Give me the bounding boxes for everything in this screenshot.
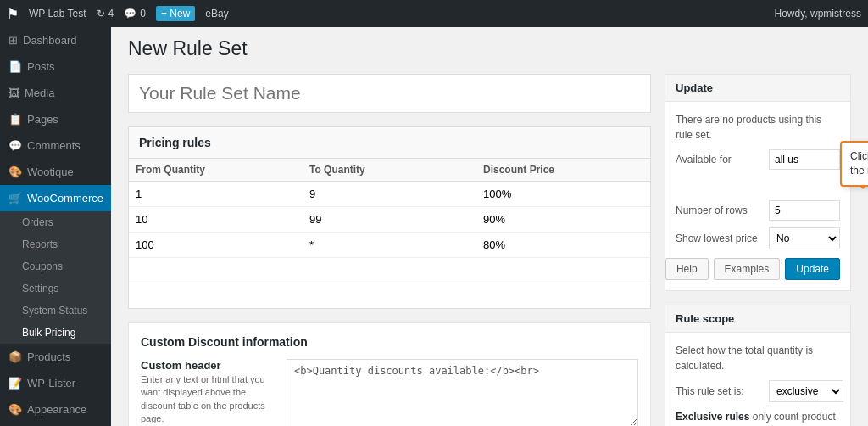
table-row — [129, 182, 650, 207]
rule-scope-description: Select how the total quantity is calcula… — [676, 343, 840, 373]
rule-set-is-row: This rule set is: exclusive cumulative — [676, 380, 840, 402]
input-to-1[interactable] — [303, 207, 476, 232]
sidebar-item-settings[interactable]: Settings — [0, 277, 111, 300]
update-panel-header: Update — [665, 75, 850, 102]
input-to-3[interactable] — [303, 258, 476, 283]
sidebar-item-system-status[interactable]: System Status — [0, 300, 111, 322]
page-title: New Rule Set — [128, 37, 851, 60]
site-name-item[interactable]: WP Lab Test — [29, 8, 86, 20]
update-panel: Update There are no products using this … — [665, 74, 851, 291]
sidebar-label-products: Products — [27, 350, 70, 363]
sidebar-item-wootique[interactable]: 🎨 Wootique — [0, 159, 111, 185]
posts-icon: 📄 — [8, 60, 22, 73]
sidebar-item-appearance[interactable]: 🎨 Appearance — [0, 396, 111, 423]
sidebar-item-dashboard[interactable]: ⊞ Dashboard — [0, 27, 111, 53]
wootique-icon: 🎨 — [8, 165, 22, 178]
update-button[interactable]: Update — [785, 258, 840, 280]
admin-bar: ⚑ WP Lab Test ↻ 4 💬 0 + New eBay Howdy, … — [0, 0, 868, 27]
rows-count-row: Number of rows — [676, 200, 840, 221]
sidebar-label-pages: Pages — [27, 113, 58, 126]
sidebar-item-media[interactable]: 🖼 Media — [0, 80, 111, 106]
sidebar-item-pages[interactable]: 📋 Pages — [0, 106, 111, 132]
ruleset-name-input[interactable] — [128, 74, 651, 113]
input-to-0[interactable] — [303, 182, 476, 206]
sidebar-item-plugins[interactable]: 🔌 Plugins 1 — [0, 423, 111, 426]
examples-button[interactable]: Examples — [714, 258, 781, 280]
woocommerce-icon: 🛒 — [8, 192, 22, 205]
cell-discount-1 — [476, 207, 650, 233]
lowest-price-label: Show lowest price — [676, 233, 769, 244]
input-from-2[interactable] — [129, 233, 303, 257]
pages-icon: 📋 — [8, 113, 22, 126]
sidebar-item-bulk-pricing[interactable]: Bulk Pricing — [0, 322, 111, 344]
sidebar-item-comments[interactable]: 💬 Comments — [0, 132, 111, 159]
update-panel-body: There are no products using this rule se… — [665, 102, 850, 290]
sidebar-item-wp-lister[interactable]: 📝 WP-Lister — [0, 370, 111, 396]
sidebar-item-products[interactable]: 📦 Products — [0, 344, 111, 370]
rule-scope-title: Rule scope — [676, 312, 840, 325]
sidebar-item-orders[interactable]: Orders — [0, 211, 111, 233]
input-discount-3[interactable] — [476, 258, 650, 283]
cell-from-3 — [129, 258, 303, 283]
lowest-price-row: Show lowest price No Yes — [676, 227, 840, 249]
rule-set-is-label: This rule set is: — [676, 385, 769, 397]
rows-input[interactable] — [769, 200, 840, 221]
updates-count: 4 — [108, 8, 114, 20]
input-from-1[interactable] — [129, 207, 303, 232]
sidebar-item-coupons[interactable]: Coupons — [0, 255, 111, 277]
sidebar-label-comments: Comments — [27, 139, 81, 152]
woocommerce-submenu: Orders Reports Coupons Settings System S… — [0, 211, 111, 344]
no-products-text: There are no products using this rule se… — [676, 112, 840, 143]
sidebar-label-appearance: Appearance — [27, 403, 86, 416]
input-discount-4[interactable] — [476, 283, 650, 308]
wp-logo-icon: ⚑ — [7, 6, 19, 22]
sidebar-item-woocommerce[interactable]: 🛒 WooCommerce — [0, 185, 111, 211]
custom-header-textarea[interactable] — [287, 359, 638, 426]
sidebar-item-reports[interactable]: Reports — [0, 233, 111, 255]
ebay-item[interactable]: eBay — [205, 8, 228, 20]
table-row — [129, 233, 650, 258]
wp-lister-icon: 📝 — [8, 377, 22, 390]
custom-discount-title: Custom Discount information — [141, 335, 638, 349]
input-to-2[interactable] — [303, 233, 476, 257]
main-content: New Rule Set Pricing rules — [111, 27, 868, 426]
sidebar-label-dashboard: Dashboard — [23, 34, 77, 47]
input-from-0[interactable] — [129, 182, 303, 206]
rule-scope-select[interactable]: exclusive cumulative — [769, 380, 843, 402]
pricing-rules-section: Pricing rules From Quantity To Quantity … — [128, 126, 651, 309]
cell-discount-0 — [476, 182, 650, 207]
help-button[interactable]: Help — [665, 258, 709, 280]
products-icon: 📦 — [8, 350, 22, 363]
cell-from-4 — [129, 283, 303, 309]
lowest-price-select[interactable]: No Yes — [769, 227, 840, 249]
input-from-4[interactable] — [129, 283, 303, 308]
input-discount-2[interactable] — [476, 233, 650, 257]
exclusive-bold: Exclusive rules — [676, 411, 749, 423]
pricing-rules-header: Pricing rules — [129, 127, 650, 159]
available-for-input[interactable] — [769, 149, 840, 170]
input-discount-0[interactable] — [476, 182, 650, 206]
pricing-rules-title: Pricing rules — [139, 136, 211, 149]
new-label: + New — [156, 6, 195, 21]
wp-logo-item[interactable]: ⚑ — [7, 6, 19, 22]
comments-count: 0 — [140, 8, 146, 20]
cell-to-1 — [303, 207, 476, 233]
col-to-qty: To Quantity — [303, 159, 476, 182]
updates-item[interactable]: ↻ 4 — [97, 8, 114, 20]
tooltip-box: Click here to update the rule set — [840, 141, 868, 187]
input-to-4[interactable] — [303, 283, 476, 308]
input-from-3[interactable] — [129, 258, 303, 283]
updates-icon: ↻ — [97, 8, 105, 20]
new-item[interactable]: + New — [156, 6, 195, 21]
custom-header-label: Custom header — [141, 359, 276, 372]
input-discount-1[interactable] — [476, 207, 650, 232]
media-icon: 🖼 — [8, 87, 19, 99]
howdy-text: Howdy, wpmistress — [775, 8, 861, 20]
cell-from-1 — [129, 207, 303, 233]
cell-to-3 — [303, 258, 476, 283]
comments-menu-icon: 💬 — [8, 139, 22, 152]
sidebar-label-wootique: Wootique — [27, 165, 74, 178]
sidebar-item-posts[interactable]: 📄 Posts — [0, 53, 111, 80]
update-button-row: Help Examples Update — [676, 258, 840, 280]
comments-item[interactable]: 💬 0 — [124, 8, 146, 20]
